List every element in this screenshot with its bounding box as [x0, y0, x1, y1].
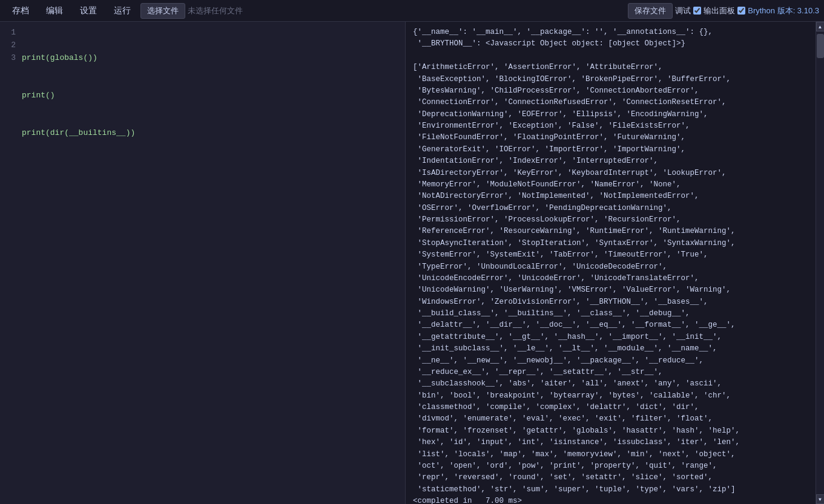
output-panel-checkbox-wrapper [737, 7, 745, 15]
save-file-button[interactable]: 保存文件 [628, 3, 673, 19]
menu-run[interactable]: 运行 [107, 3, 138, 19]
scroll-up-button[interactable]: ▲ [816, 22, 825, 31]
debug-checkbox-wrapper [693, 7, 701, 15]
code-content[interactable]: print(globals()) print() print(dir(__bui… [22, 27, 405, 499]
line-num-2: 2 [0, 39, 16, 52]
menubar: 存档 编辑 设置 运行 选择文件 未选择任何文件 保存文件 调试 输出面板 Br… [0, 0, 824, 22]
output-panel-label: 输出面板 [704, 5, 735, 16]
output-panel: {'__name__': '__main__', '__package__': … [406, 22, 816, 504]
output-panel-checkbox[interactable] [737, 7, 745, 15]
right-scrollbar: ▲ ▼ [816, 22, 824, 504]
scroll-down-button[interactable]: ▼ [816, 494, 825, 504]
scrollbar-track[interactable] [816, 31, 825, 494]
editor-panel[interactable]: 1 2 3 print(globals()) print() print(dir… [0, 22, 406, 504]
code-line-2: print() [22, 90, 405, 102]
code-line-3: print(dir(__builtins__)) [22, 127, 405, 140]
main-content: 1 2 3 print(globals()) print() print(dir… [0, 22, 824, 504]
no-file-label: 未选择任何文件 [188, 5, 243, 16]
code-line-1: print(globals()) [22, 52, 405, 65]
debug-label: 调试 [675, 5, 691, 16]
menu-settings[interactable]: 设置 [73, 3, 104, 19]
select-file-button[interactable]: 选择文件 [140, 3, 185, 19]
line-num-3: 3 [0, 52, 16, 65]
line-numbers: 1 2 3 [0, 27, 22, 499]
menu-save[interactable]: 存档 [5, 3, 36, 19]
line-num-1: 1 [0, 27, 16, 39]
scrollbar-thumb[interactable] [817, 34, 824, 58]
output-content: {'__name__': '__main__', '__package__': … [406, 22, 816, 504]
code-area: 1 2 3 print(globals()) print() print(dir… [0, 22, 405, 504]
menu-edit[interactable]: 编辑 [39, 3, 70, 19]
debug-checkbox[interactable] [693, 7, 701, 15]
brython-version: Brython 版本: 3.10.3 [748, 5, 819, 16]
